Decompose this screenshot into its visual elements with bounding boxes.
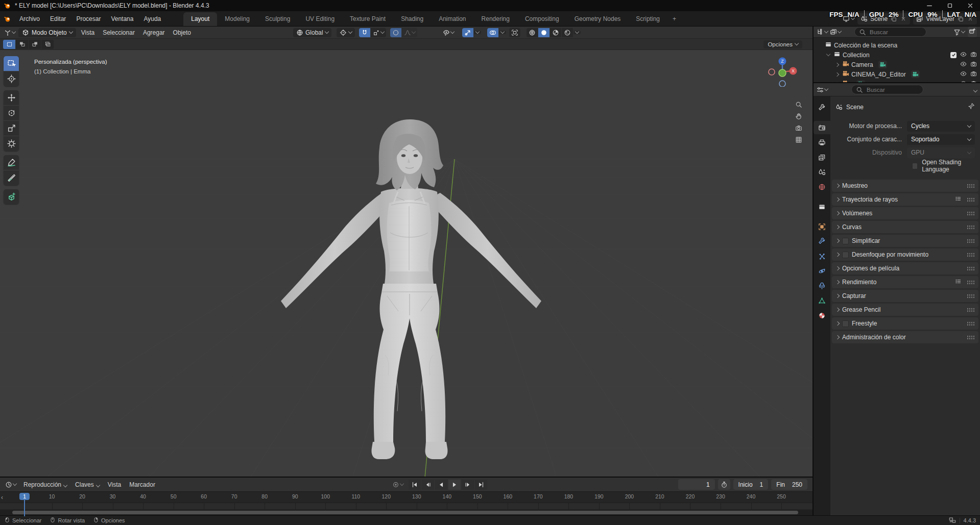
play-button[interactable] <box>448 480 461 490</box>
select-mode-intersect-icon[interactable] <box>41 40 54 49</box>
section-menu-icon[interactable] <box>955 278 962 286</box>
editor-type-button[interactable] <box>2 28 17 37</box>
disable-render-icon[interactable] <box>970 70 977 79</box>
tab-uv-editing[interactable]: UV Editing <box>298 12 342 26</box>
tab-layout[interactable]: Layout <box>183 12 217 26</box>
drag-handle-icon[interactable] <box>967 280 974 285</box>
outliner-search-input[interactable] <box>869 29 922 36</box>
viewlayer-selector[interactable]: ViewLayer <box>913 13 977 24</box>
hide-viewport-icon[interactable] <box>960 51 967 59</box>
section-administración-de-color[interactable]: Administración de color <box>832 331 978 343</box>
tool-measure[interactable] <box>4 170 19 185</box>
timeline-menu-reproducción[interactable]: Reproducción <box>19 479 71 490</box>
current-frame-field[interactable]: 1 <box>678 479 715 490</box>
play-reverse-button[interactable] <box>435 480 447 490</box>
section-muestreo[interactable]: Muestreo <box>832 180 978 192</box>
timeline-scrollbar-thumb[interactable] <box>12 511 798 514</box>
section-opciones-de-película[interactable]: Opciones de película <box>832 262 978 274</box>
add-workspace-button[interactable]: + <box>667 12 681 26</box>
properties-tab-collection[interactable] <box>814 200 830 213</box>
proportional-falloff-selector[interactable] <box>402 28 417 37</box>
prev-keyframe-button[interactable] <box>422 480 434 490</box>
maximize-button[interactable] <box>946 2 953 9</box>
tab-rendering[interactable]: Rendering <box>474 12 517 26</box>
drag-handle-icon[interactable] <box>967 335 974 340</box>
properties-tab-material[interactable] <box>814 309 830 322</box>
chevron-right-icon[interactable] <box>834 73 840 76</box>
tab-animation[interactable]: Animation <box>431 12 473 26</box>
drag-handle-icon[interactable] <box>967 239 974 243</box>
drag-handle-icon[interactable] <box>967 211 974 216</box>
viewport-canvas[interactable]: Personalizada (perspectiva) (1) Collecti… <box>0 50 812 477</box>
use-preview-range-toggle[interactable] <box>718 479 730 490</box>
properties-tab-constraints[interactable] <box>814 279 830 292</box>
tool-rotate[interactable] <box>4 106 19 120</box>
scene-selector[interactable]: Scene <box>857 13 910 24</box>
tool-annotate[interactable] <box>4 155 19 170</box>
viewport-menu-agregar[interactable]: Agregar <box>139 28 169 38</box>
visibility-dropdown[interactable] <box>441 28 456 37</box>
overlays-dropdown[interactable] <box>499 31 506 34</box>
timeline-menu-vista[interactable]: Vista <box>104 479 125 490</box>
camera-data-icon[interactable] <box>878 61 887 68</box>
section-menu-icon[interactable] <box>955 195 962 204</box>
jump-to-start-button[interactable] <box>409 480 421 490</box>
tab-sculpting[interactable]: Sculpting <box>257 12 298 26</box>
frame-start-field[interactable]: Inicio1 <box>733 479 769 490</box>
snap-target-selector[interactable] <box>371 28 386 37</box>
properties-search[interactable] <box>851 85 923 94</box>
tab-compositing[interactable]: Compositing <box>517 12 567 26</box>
tool-transform[interactable] <box>4 136 19 151</box>
properties-tab-modifiers[interactable] <box>814 235 830 248</box>
menu-procesar[interactable]: Procesar <box>71 13 106 25</box>
properties-tab-view-layer[interactable] <box>814 151 830 164</box>
section-checkbox[interactable] <box>842 320 849 327</box>
hide-viewport-icon[interactable] <box>960 61 967 69</box>
character-model[interactable] <box>276 115 546 477</box>
pan-icon[interactable] <box>795 113 802 120</box>
timeline-scrollbar[interactable] <box>0 510 812 515</box>
outliner-row[interactable]: Camera <box>814 60 980 69</box>
filter-dropdown[interactable] <box>953 29 965 36</box>
menu-ventana[interactable]: Ventana <box>106 13 138 25</box>
timeline-editor-type-button[interactable] <box>3 481 18 488</box>
chevron-down-icon[interactable] <box>825 54 831 56</box>
viewport-menu-vista[interactable]: Vista <box>77 28 99 38</box>
minimize-button[interactable] <box>926 2 933 9</box>
unlink-scene-icon[interactable] <box>900 15 907 22</box>
shading-solid-icon[interactable] <box>538 28 549 37</box>
section-grease-pencil[interactable]: Grease Pencil <box>832 304 978 316</box>
drag-handle-icon[interactable] <box>967 253 974 257</box>
menu-archivo[interactable]: Archivo <box>14 13 45 25</box>
mode-selector[interactable]: Modo Objeto <box>18 28 76 37</box>
section-freestyle[interactable]: Freestyle <box>832 317 978 330</box>
shading-dropdown[interactable] <box>573 31 581 34</box>
timeline-track[interactable] <box>0 503 812 509</box>
close-button[interactable] <box>967 2 974 9</box>
properties-editor-type-button[interactable] <box>817 86 828 93</box>
gizmos-toggle[interactable] <box>462 28 473 37</box>
camera-data-icon[interactable] <box>911 70 920 78</box>
drag-handle-icon[interactable] <box>967 225 974 230</box>
section-simplificar[interactable]: Simplificar <box>832 235 978 247</box>
ortho-toggle-icon[interactable] <box>795 136 802 143</box>
frame-end-field[interactable]: Fin250 <box>771 479 807 490</box>
outliner-row[interactable]: CINEMA_4D_Editor <box>814 69 980 79</box>
overlays-toggle[interactable] <box>487 28 498 37</box>
hide-viewport-icon[interactable] <box>960 70 967 79</box>
drag-handle-icon[interactable] <box>967 184 974 188</box>
viewport-menu-objeto[interactable]: Objeto <box>169 28 195 38</box>
timeline-ruler[interactable]: ‹ 10203040506070809010011012013014015016… <box>0 492 812 503</box>
shading-wireframe-icon[interactable] <box>527 28 538 37</box>
timeline-menu-claves[interactable]: Claves <box>71 479 104 490</box>
proportional-edit-toggle[interactable] <box>390 28 401 37</box>
new-collection-button[interactable] <box>968 27 977 37</box>
properties-tab-output[interactable] <box>814 136 830 149</box>
tool-options-button[interactable]: Opciones <box>763 40 802 48</box>
properties-tab-physics[interactable] <box>814 264 830 278</box>
snap-toggle[interactable] <box>359 28 370 37</box>
timeline-menu-marcador[interactable]: Marcador <box>125 479 159 490</box>
outliner-editor-type-button[interactable] <box>817 29 828 36</box>
outliner-row[interactable] <box>814 79 980 83</box>
navigation-gizmo[interactable]: Z X <box>768 57 797 87</box>
